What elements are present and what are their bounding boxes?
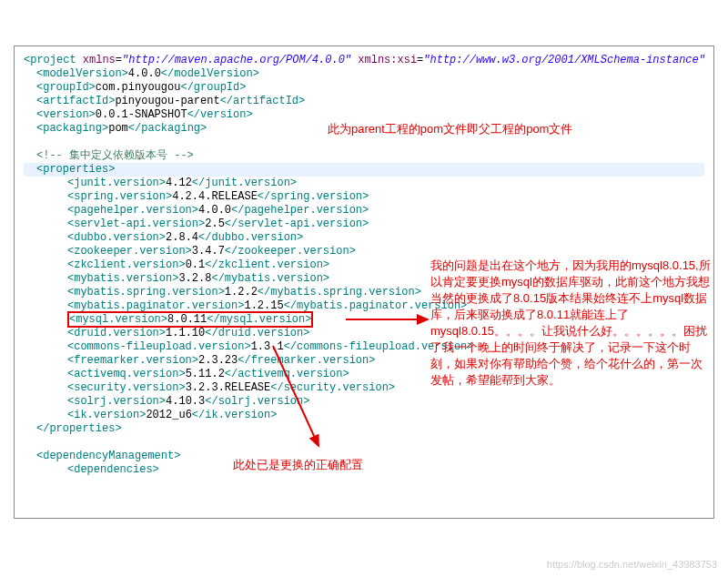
mysql-version-highlight: <mysql.version>8.0.11</mysql.version> [67,311,313,328]
blank-line [24,136,704,149]
code-line: <modelVersion>4.0.0</modelVersion> [24,67,704,81]
code-line: <artifactId>pinyougou-parent</artifactId… [24,95,704,108]
code-line: <project xmlns="http://maven.apache.org/… [24,54,704,67]
code-line: <version>0.0.1-SNAPSHOT</version> [24,108,704,122]
blank-line [24,436,704,450]
property-line: <spring.version>4.2.4.RELEASE</spring.ve… [24,190,704,204]
code-line: <dependencyManagement> [24,450,704,463]
annotation-right: 我的问题是出在这个地方，因为我用的mysql8.0.15,所以肯定要更换mysq… [430,258,713,389]
property-line: <dubbo.version>2.8.4</dubbo.version> [24,231,704,245]
code-line: </properties> [24,422,704,436]
property-line: <zookeeper.version>3.4.7</zookeeper.vers… [24,245,704,258]
code-line: <groupId>com.pinyougou</groupId> [24,81,704,95]
annotation-bottom: 此处已是更换的正确配置 [233,457,363,473]
property-line: <solrj.version>4.10.3</solrj.version> [24,395,704,409]
watermark: https://blog.csdn.net/weixin_43983753 [547,559,717,570]
xsi-value: "http://www.w3.org/2001/XMLSchema-instan… [423,54,705,66]
property-line: <ik.version>2012_u6</ik.version> [24,409,704,422]
code-line: <dependencies> [24,463,704,477]
property-line: <pagehelper.version>4.0.0</pagehelper.ve… [24,204,704,218]
code-line-cursor[interactable]: <properties> [24,163,704,177]
annotation-top: 此为parent工程的pom文件即父工程的pom文件 [328,121,637,137]
xmlns-value: "http://maven.apache.org/POM/4.0.0" [122,54,351,66]
code-line: <!-- 集中定义依赖版本号 --> [24,149,704,163]
property-line: <junit.version>4.12</junit.version> [24,177,704,190]
property-line: <servlet-api.version>2.5</servlet-api.ve… [24,218,704,231]
